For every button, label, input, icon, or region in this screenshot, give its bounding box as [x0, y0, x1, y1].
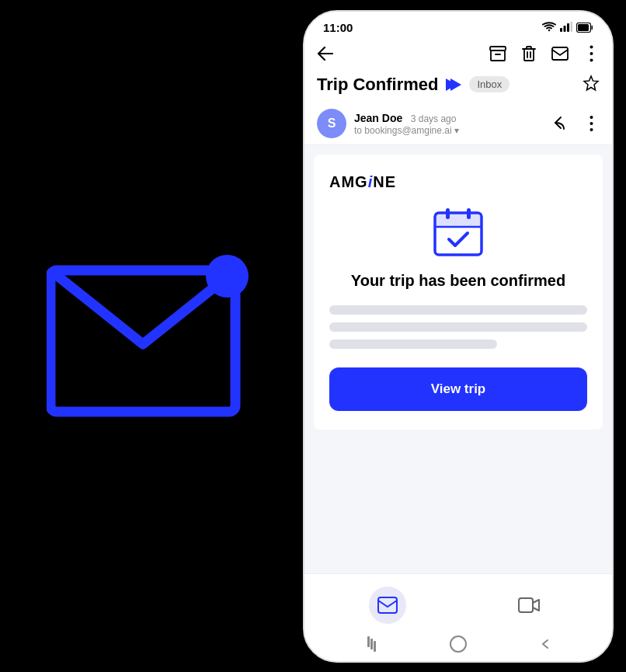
svg-point-16	[589, 116, 593, 119]
svg-rect-7	[490, 47, 506, 50]
more-button[interactable]	[583, 45, 600, 62]
svg-rect-24	[378, 597, 397, 613]
mail-icon	[377, 597, 398, 614]
sender-name-row: Jean Doe 3 days ago	[354, 111, 555, 125]
skeleton-line-1	[329, 305, 587, 315]
sender-actions	[555, 115, 600, 132]
recents-button[interactable]	[362, 635, 381, 653]
video-icon	[518, 597, 540, 614]
svg-rect-3	[567, 23, 569, 32]
email-content: AMGiNE	[314, 155, 603, 430]
svg-point-17	[589, 122, 593, 125]
trip-confirmed-text: Your trip has been confirmed	[351, 272, 565, 290]
reply-button[interactable]	[555, 115, 572, 132]
sender-name: Jean Doe	[354, 112, 402, 124]
svg-rect-2	[564, 26, 566, 32]
archive-button[interactable]	[489, 45, 506, 62]
forward-badge	[446, 78, 461, 91]
phone-frame: 11:00	[303, 10, 614, 663]
view-trip-button[interactable]: View trip	[329, 367, 587, 411]
mail-nav-button[interactable]	[369, 587, 406, 624]
sender-time: 3 days ago	[411, 113, 457, 124]
svg-point-11	[589, 45, 593, 48]
star-button[interactable]	[583, 75, 600, 95]
svg-point-12	[589, 52, 593, 55]
svg-rect-4	[571, 22, 573, 32]
avatar: S	[317, 109, 346, 138]
sender-row: S Jean Doe 3 days ago to bookings@amgine…	[304, 103, 612, 145]
brand-logo: AMGiNE	[329, 173, 396, 191]
svg-point-18	[589, 128, 593, 131]
skeleton-line-2	[329, 322, 587, 332]
inbox-badge: Inbox	[469, 76, 509, 92]
sender-info: Jean Doe 3 days ago to bookings@amgine.a…	[354, 111, 555, 136]
svg-point-13	[589, 58, 593, 61]
back-gesture-button[interactable]	[536, 635, 555, 653]
bottom-nav	[304, 573, 612, 661]
calendar-check-icon	[430, 204, 486, 259]
email-subject: Trip Confirmed Inbox	[304, 68, 612, 103]
status-icons	[542, 22, 593, 33]
home-button[interactable]	[450, 635, 467, 653]
delete-button[interactable]	[520, 45, 537, 62]
signal-icon	[560, 22, 572, 33]
email-body: AMGiNE	[304, 145, 612, 573]
nav-icons	[304, 582, 612, 628]
skeleton-lines	[329, 305, 587, 349]
status-time: 11:00	[323, 21, 353, 34]
svg-rect-25	[519, 598, 533, 612]
svg-rect-10	[552, 47, 568, 60]
status-bar: 11:00	[304, 12, 612, 39]
svg-rect-20	[435, 213, 482, 227]
toolbar-actions	[489, 45, 600, 62]
home-indicator	[304, 628, 612, 658]
notification-dot	[206, 255, 249, 298]
left-decoration	[0, 0, 295, 672]
battery-icon	[576, 23, 593, 33]
sender-more-button[interactable]	[583, 115, 600, 132]
skeleton-line-3	[329, 339, 497, 349]
svg-marker-15	[450, 78, 461, 91]
back-button[interactable]	[317, 45, 334, 62]
wifi-icon	[542, 22, 556, 33]
svg-rect-1	[560, 28, 562, 32]
video-nav-button[interactable]	[510, 587, 548, 624]
svg-rect-23	[467, 208, 471, 219]
email-toolbar	[304, 39, 612, 68]
mail-action-button[interactable]	[551, 45, 569, 62]
svg-rect-22	[446, 208, 450, 219]
subject-title: Trip Confirmed	[317, 75, 438, 95]
forward-icon	[446, 78, 461, 91]
svg-rect-6	[578, 24, 589, 31]
sender-to: to bookings@amgine.ai ▾	[354, 125, 555, 136]
envelope-icon	[47, 255, 249, 418]
